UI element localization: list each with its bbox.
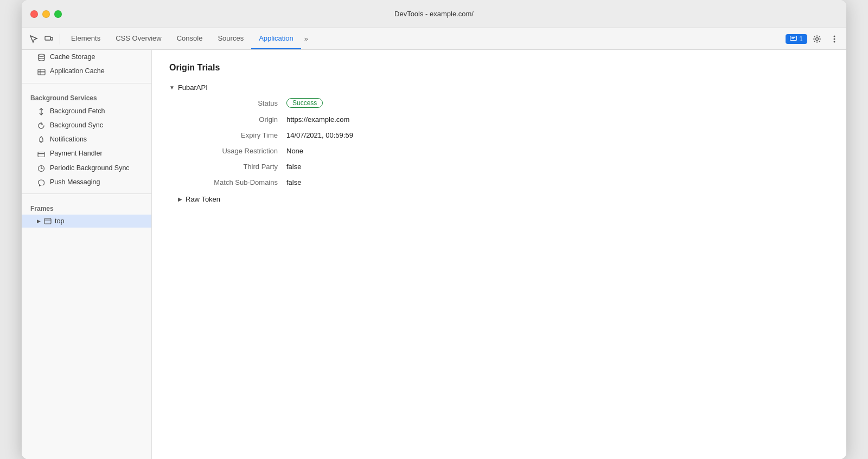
sidebar-separator-2 [22,193,151,194]
raw-token-row[interactable]: ▶ Raw Token [169,195,829,203]
payment-handler-icon [37,149,46,158]
tab-console[interactable]: Console [169,28,210,49]
svg-rect-16 [38,152,44,157]
svg-rect-0 [45,36,50,40]
expiry-value: 14/07/2021, 00:59:59 [286,131,829,139]
svg-point-8 [834,41,835,42]
device-toggle-button[interactable] [41,31,56,47]
frames-header: Frames [22,198,151,215]
origin-label: Origin [178,115,286,124]
sidebar-item-top-frame[interactable]: ▶ top [22,215,151,228]
sidebar-item-notifications[interactable]: Notifications [22,132,151,146]
svg-point-7 [834,38,835,40]
raw-token-label: Raw Token [186,195,220,203]
trial-expand-icon: ▼ [169,85,175,90]
svg-rect-10 [38,69,45,75]
status-value: Success [286,98,829,108]
third-party-value: false [286,163,829,171]
close-button[interactable] [30,10,38,18]
maximize-button[interactable] [54,10,62,18]
svg-point-5 [816,37,819,40]
bg-services-header: Background Services [22,88,151,104]
sidebar-item-background-sync[interactable]: Background Sync [22,118,151,132]
page-title: Origin Trials [169,63,829,73]
sidebar-item-background-fetch[interactable]: Background Fetch [22,104,151,118]
payment-handler-label: Payment Handler [50,150,103,157]
trial-name: FubarAPI [178,83,208,92]
svg-rect-1 [51,37,53,40]
more-options-button[interactable] [827,31,842,47]
toolbar: Elements CSS Overview Console Sources Ap… [22,28,846,50]
application-cache-icon [37,67,46,75]
origin-value: https://example.com [286,115,829,124]
push-messaging-label: Push Messaging [50,178,100,186]
raw-token-expand-icon: ▶ [178,196,182,202]
inspect-element-button[interactable] [26,31,41,47]
devtools-window: DevTools - example.com/ Elements CSS Ove… [22,0,846,459]
third-party-label: Third Party [178,163,286,171]
message-badge[interactable]: 1 [786,34,807,44]
content-panel: Origin Trials ▼ FubarAPI Status Success … [152,50,846,459]
main-content: Cache Storage Application Cache Backgrou… [22,50,846,459]
traffic-lights [30,10,62,18]
cache-storage-icon [37,53,46,61]
push-messaging-icon [37,178,46,186]
bg-fetch-label: Background Fetch [50,107,105,115]
frame-expand-icon: ▶ [37,218,41,224]
sidebar-item-push-messaging[interactable]: Push Messaging [22,175,151,189]
usage-value: None [286,147,829,155]
sidebar-item-cache-storage[interactable]: Cache Storage [22,50,151,64]
status-badge: Success [286,98,323,108]
status-label: Status [178,98,286,108]
tab-sources[interactable]: Sources [210,28,251,49]
tab-css-overview[interactable]: CSS Overview [108,28,169,49]
bg-sync-label: Background Sync [50,121,103,129]
trial-details: Status Success Origin https://example.co… [169,98,829,186]
notifications-label: Notifications [50,135,87,143]
periodic-bg-sync-icon [37,163,46,172]
notifications-icon [37,135,46,144]
more-tabs-button[interactable]: » [301,28,311,49]
top-frame-label: top [55,217,64,225]
toolbar-divider [60,34,60,44]
sidebar-item-periodic-bg-sync[interactable]: Periodic Background Sync [22,160,151,174]
settings-button[interactable] [809,31,825,47]
trial-name-row[interactable]: ▼ FubarAPI [169,83,829,92]
svg-rect-2 [790,36,797,41]
background-sync-icon [37,121,46,130]
background-fetch-icon [37,107,46,115]
minimize-button[interactable] [42,10,50,18]
usage-label: Usage Restriction [178,147,286,155]
sidebar-separator-1 [22,83,151,83]
svg-point-6 [834,35,835,37]
expiry-label: Expiry Time [178,131,286,139]
periodic-bg-sync-label: Periodic Background Sync [50,164,130,172]
window-title: DevTools - example.com/ [394,10,474,18]
match-sub-value: false [286,178,829,186]
toolbar-tabs: Elements CSS Overview Console Sources Ap… [63,28,786,49]
tab-application[interactable]: Application [251,28,301,49]
frame-window-icon [44,218,52,224]
trial-group: ▼ FubarAPI Status Success Origin https:/… [169,83,829,203]
sidebar-item-payment-handler[interactable]: Payment Handler [22,146,151,160]
badge-count: 1 [799,35,803,43]
match-sub-label: Match Sub-Domains [178,178,286,186]
titlebar: DevTools - example.com/ [22,0,846,28]
application-cache-label: Application Cache [50,67,105,75]
cache-storage-label: Cache Storage [50,53,95,61]
toolbar-right: 1 [786,31,842,47]
sidebar: Cache Storage Application Cache Backgrou… [22,50,152,459]
sidebar-item-application-cache[interactable]: Application Cache [22,64,151,78]
svg-rect-21 [44,218,51,224]
tab-elements[interactable]: Elements [63,28,108,49]
